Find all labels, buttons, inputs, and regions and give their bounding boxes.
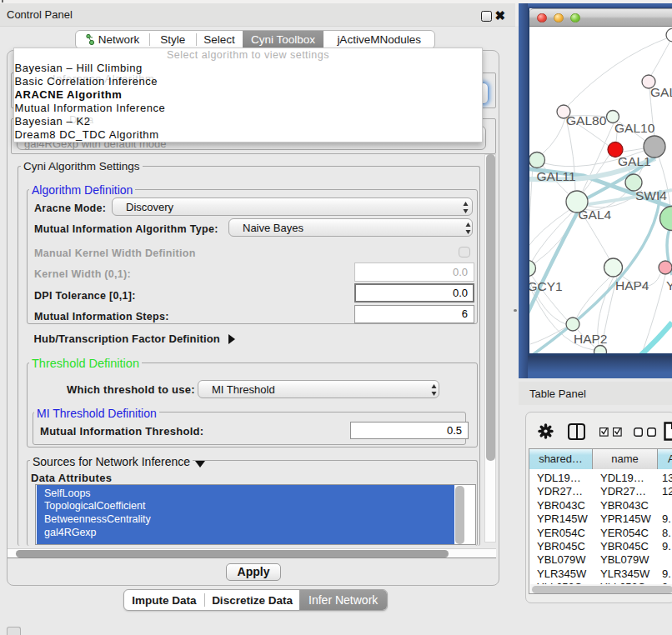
svg-text:HAP4: HAP4: [615, 278, 649, 292]
svg-text:GAL: GAL: [650, 85, 672, 99]
svg-text:GAL11: GAL11: [537, 169, 576, 183]
svg-text:GAL1: GAL1: [618, 154, 651, 168]
svg-text:Y: Y: [666, 278, 672, 292]
svg-text:GAL4: GAL4: [579, 208, 612, 222]
svg-text:GAL10: GAL10: [614, 121, 655, 135]
svg-text:SWI4: SWI4: [635, 188, 667, 202]
svg-text:GAL80: GAL80: [566, 113, 607, 128]
svg-text:HAP2: HAP2: [574, 332, 608, 346]
svg-text:GCY1: GCY1: [529, 279, 563, 293]
